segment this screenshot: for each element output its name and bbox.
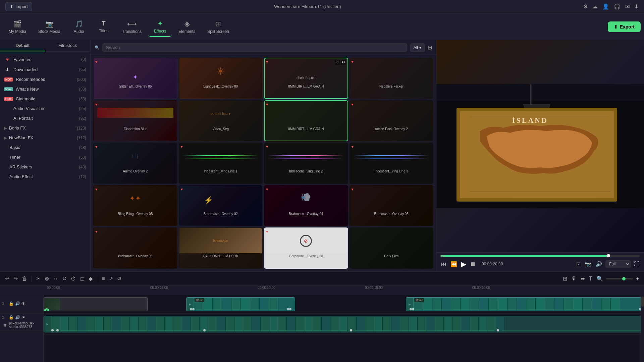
headset-icon[interactable]: 🎧 [614,3,621,10]
rotate-button[interactable]: ↺ [61,274,68,283]
audio-button[interactable]: 🔊 [595,260,603,268]
fav-bling[interactable]: ♥ [95,187,98,191]
sidebar-item-recommended[interactable]: HOT Recommended (500) [0,74,90,84]
action-heart[interactable]: ♡ [335,60,340,65]
effect-card-dispersion[interactable]: ♥ Dispersion Blur [93,100,177,142]
delete-button[interactable]: 🗑 [21,275,28,283]
favorite-heart-negflicker[interactable]: ♥ [352,60,354,64]
grid-view-button[interactable]: ⊞ [428,44,432,51]
track3-clip-main1[interactable]: ▶ [186,297,295,311]
track3-clip-main2[interactable]: ▶ [406,297,641,311]
effect-card-dirtgrain[interactable]: ♥ 8MM DIRT...ILM GRAIN [264,100,348,142]
fav-brahmastr4[interactable]: ♥ [266,187,268,191]
fullscreen-button[interactable]: ⛶ [633,260,640,268]
fav-brahmastr2[interactable]: ♥ [181,187,183,191]
cut-button[interactable]: ✂ [35,274,42,283]
effect-card-iridline2[interactable]: ♥ Iridescent...ving Line 2 [264,143,348,184]
nav-audio[interactable]: 🎵 Audio [67,17,91,37]
settings-icon[interactable]: ⚙ [583,3,588,10]
track2-eye-icon[interactable]: 👁 [21,315,25,320]
fav-dispersion[interactable]: ♥ [95,102,98,106]
plus-indicator[interactable]: + [44,308,49,311]
effect-card-negdark[interactable]: ♥ ♡ ⚙ dark figure 8MM DIRT...ILM GRAIN [264,58,348,99]
nav-transitions[interactable]: ⟷ Transitions [117,17,147,37]
track2-lock-icon[interactable]: 🔒 [9,315,14,320]
tab-filmstock[interactable]: Filmstock [45,40,91,51]
action-settings[interactable]: ⚙ [341,60,346,65]
effect-card-lightleak[interactable]: ☀ Light Leak...Overlay 08 [179,58,263,99]
track2-audio-icon[interactable]: 🔊 [15,315,20,320]
snapshot-button[interactable]: 📷 [584,260,592,268]
sidebar-item-ai-portrait[interactable]: AI Portrait (92) [0,113,90,123]
effect-card-darkfilm[interactable]: Dark Film [350,227,434,269]
sidebar-item-cinematic[interactable]: HOT Cinematic (63) [0,94,90,104]
search-input[interactable] [102,43,407,52]
zoom-in-button[interactable]: + [635,275,640,283]
audio-record-button[interactable]: 🎙 [570,275,578,283]
effect-card-actionpack[interactable]: ♥ Action Pack Overlay 2 [350,100,434,142]
cloud-icon[interactable]: ☁ [592,3,598,10]
track3-audio-icon[interactable]: 🔊 [15,301,20,306]
filter-dropdown[interactable]: All ▾ [410,43,425,52]
nav-split-screen[interactable]: ⊞ Split Screen [202,17,234,37]
undo-button[interactable]: ↩ [4,274,10,283]
preview-handle[interactable] [607,254,610,257]
fav-animeover[interactable]: ♥ [95,145,98,149]
sidebar-item-ar-stickers[interactable]: AR Stickers (40) [0,162,90,172]
effect-card-brahmastr4[interactable]: ♥ 💨 Brahmastr...Overlay 04 [264,185,348,226]
nav-titles[interactable]: T Titles [92,17,115,36]
fav-irid1[interactable]: ♥ [181,145,183,149]
effect-card-iridline3[interactable]: ♥ Iridescent...ving Line 3 [350,143,434,184]
chroma-button[interactable]: ↺ [116,274,122,283]
text-button[interactable]: T [588,275,593,283]
zoom-handle[interactable] [622,277,626,280]
effect-card-california[interactable]: landscape CALIFORN...ILM LOOK [179,227,263,269]
user-icon[interactable]: 👤 [602,3,609,10]
nav-elements[interactable]: ◈ Elements [173,17,201,37]
quality-select[interactable]: Full Half Quarter [605,260,631,268]
zoom-slider[interactable] [606,278,633,279]
clip-view-button[interactable]: ⊡ [576,260,581,268]
sidebar-item-favorites[interactable]: ♥ Favorites (0) [0,54,90,64]
sidebar-item-whats-new[interactable]: New What's New (88) [0,84,90,94]
scrollbar-thumb[interactable] [641,297,644,307]
nav-my-media[interactable]: 🎬 My Media [3,17,32,37]
sidebar-item-downloaded[interactable]: ⬇ Downloaded (65) [0,64,90,74]
fav-dirtgrain[interactable]: ♥ [266,102,268,106]
fav-irid2[interactable]: ♥ [266,145,268,149]
track3-lock-icon[interactable]: 🔒 [9,301,14,306]
fav-brahmastr8[interactable]: ♥ [95,229,98,234]
track2-clip-main[interactable]: ▶ [44,316,641,332]
play-button[interactable]: ▶ [461,259,467,269]
effect-card-animeover[interactable]: ♥ 山 Anime Overlay 2 [93,143,177,184]
effect-card-videoseg[interactable]: portrait figure Video_Seg [179,100,263,142]
crop-button[interactable]: ⊗ [44,274,50,283]
nav-stock-media[interactable]: 📷 Stock Media [33,17,66,37]
preview-timeline-bar[interactable] [440,255,640,257]
track3-eye-icon[interactable]: 👁 [21,301,25,306]
fav-actionpack[interactable]: ♥ [352,102,354,106]
speed-button[interactable]: ⏱ [70,275,77,283]
transitions-quick-button[interactable]: ⬌ [580,274,586,283]
frame-back-button[interactable]: ⏪ [450,260,458,268]
fav-brahmastr5[interactable]: ♥ [352,187,354,191]
favorite-heart-icon-neg[interactable]: ♥ [266,60,268,64]
zoom-out-button[interactable]: 🔍 [595,274,604,283]
fav-corporate[interactable]: ♥ [266,229,268,234]
fav-irid3[interactable]: ♥ [352,145,354,149]
sidebar-item-audio-effect[interactable]: Audio Effect (12) [0,172,90,182]
effect-card-brahmastr2[interactable]: ♥ ⚡ Brahmastr...Overlay 02 [179,185,263,226]
sidebar-item-timer[interactable]: Timer (50) [0,152,90,162]
effect-card-negflicker[interactable]: ♥ Negative Flicker [350,58,434,99]
stabilize-button[interactable]: ↗ [108,274,114,283]
tab-default[interactable]: Default [0,40,45,51]
transform-button[interactable]: ↔ [52,275,59,283]
effect-card-brahmastr8[interactable]: ♥ Brahmastr...Overlay 08 [93,227,177,269]
freeze-button[interactable]: ◻ [79,274,86,283]
nav-effects[interactable]: ✦ Effects [148,17,172,37]
track3-clip-start[interactable]: + [44,297,148,311]
sidebar-item-basic[interactable]: Basic (68) [0,143,90,152]
sidebar-item-audio-visualizer[interactable]: Audio Visualizer (25) [0,104,90,113]
mail-icon[interactable]: ✉ [625,3,630,10]
favorite-heart-icon[interactable]: ♥ [95,60,98,64]
